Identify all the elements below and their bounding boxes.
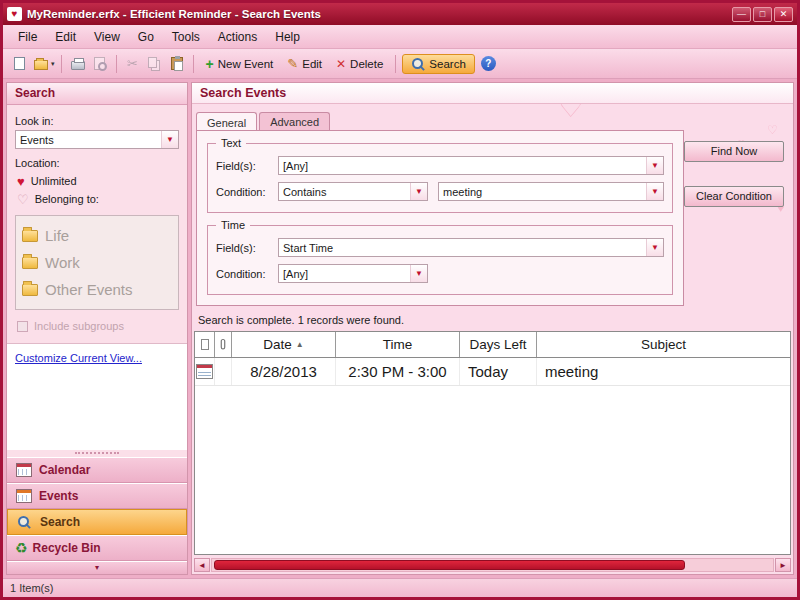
action-buttons: Find Now Clear Condition bbox=[684, 141, 786, 207]
text-condition-combobox[interactable]: Contains ▼ bbox=[278, 182, 428, 201]
app-window: ♥ MyReminder.erfx - Efficient Reminder -… bbox=[0, 0, 800, 600]
group-label: Other Events bbox=[45, 281, 133, 298]
scrollbar-track[interactable] bbox=[211, 558, 774, 572]
clear-condition-button[interactable]: Clear Condition bbox=[684, 186, 784, 207]
include-subgroups-checkbox[interactable]: Include subgroups bbox=[15, 316, 179, 336]
statusbar: 1 Item(s) bbox=[3, 578, 797, 597]
body: Search Look in: Events ▼ Location: ♥ Unl… bbox=[3, 79, 797, 578]
horizontal-scrollbar: ◄ ► bbox=[194, 558, 791, 572]
text-group: Text Field(s): [Any] ▼ Condition: Contai bbox=[207, 143, 673, 213]
cut-button[interactable]: ✂ bbox=[123, 54, 143, 74]
table-header: Date ▲ Time Days Left Subject bbox=[195, 332, 790, 358]
location-label: Location: bbox=[15, 157, 179, 169]
dropdown-arrow[interactable]: ▼ bbox=[646, 157, 663, 174]
header-date[interactable]: Date ▲ bbox=[232, 332, 336, 357]
find-now-button[interactable]: Find Now bbox=[684, 141, 784, 162]
menu-actions[interactable]: Actions bbox=[209, 27, 266, 47]
nav-events[interactable]: Events bbox=[7, 483, 187, 509]
events-icon bbox=[16, 489, 32, 503]
header-days-left[interactable]: Days Left bbox=[460, 332, 537, 357]
search-toolbar-button[interactable]: Search bbox=[402, 54, 474, 74]
menu-go[interactable]: Go bbox=[129, 27, 163, 47]
copy-button[interactable] bbox=[145, 54, 165, 74]
delete-button[interactable]: ✕ Delete bbox=[330, 55, 389, 73]
keyword-value: meeting bbox=[439, 186, 646, 198]
plus-icon: + bbox=[206, 56, 214, 72]
maximize-button[interactable]: □ bbox=[753, 7, 772, 22]
tab-advanced[interactable]: Advanced bbox=[259, 112, 330, 131]
group-label: Life bbox=[45, 227, 69, 244]
item-type-icon bbox=[201, 339, 209, 350]
header-time[interactable]: Time bbox=[336, 332, 460, 357]
menu-tools[interactable]: Tools bbox=[163, 27, 209, 47]
text-group-title: Text bbox=[216, 137, 246, 149]
dropdown-arrow[interactable]: ▼ bbox=[410, 183, 427, 200]
scrollbar-thumb[interactable] bbox=[214, 560, 685, 570]
menu-file[interactable]: File bbox=[9, 27, 46, 47]
sort-ascending-icon: ▲ bbox=[296, 340, 304, 349]
heart-outline-icon: ♡ bbox=[17, 192, 29, 207]
delete-x-icon: ✕ bbox=[336, 57, 346, 71]
paste-button[interactable] bbox=[167, 54, 187, 74]
new-event-button[interactable]: + New Event bbox=[200, 54, 280, 74]
dropdown-arrow[interactable]: ▼ bbox=[646, 239, 663, 256]
paperclip-icon bbox=[219, 338, 227, 351]
subject-cell: meeting bbox=[537, 358, 790, 385]
nav-calendar[interactable]: Calendar bbox=[7, 457, 187, 483]
look-in-label: Look in: bbox=[15, 115, 179, 127]
look-in-value: Events bbox=[16, 134, 161, 146]
help-button[interactable]: ? bbox=[481, 56, 496, 71]
location-option-belonging[interactable]: ♡ Belonging to: bbox=[15, 190, 179, 208]
time-condition-combobox[interactable]: [Any] ▼ bbox=[278, 264, 428, 283]
header-attachment[interactable] bbox=[215, 332, 232, 357]
look-in-combobox[interactable]: Events ▼ bbox=[15, 130, 179, 149]
dropdown-arrow[interactable]: ▼ bbox=[410, 265, 427, 282]
time-fields-combobox[interactable]: Start Time ▼ bbox=[278, 238, 664, 257]
menu-help[interactable]: Help bbox=[266, 27, 309, 47]
search-status-text: Search is complete. 1 records were found… bbox=[192, 306, 793, 331]
panel-row: Text Field(s): [Any] ▼ Condition: Contai bbox=[192, 131, 793, 306]
scissors-icon: ✂ bbox=[127, 56, 138, 71]
scroll-right-arrow[interactable]: ► bbox=[775, 558, 791, 572]
close-button[interactable]: ✕ bbox=[774, 7, 793, 22]
new-file-icon bbox=[14, 57, 25, 70]
menu-edit[interactable]: Edit bbox=[46, 27, 85, 47]
open-folder-icon bbox=[34, 60, 48, 70]
open-dropdown-arrow[interactable]: ▾ bbox=[51, 60, 55, 68]
header-item-type[interactable] bbox=[195, 332, 215, 357]
toolbar-separator bbox=[395, 55, 396, 73]
group-item-other-events[interactable]: Other Events bbox=[22, 276, 172, 303]
nav-search[interactable]: Search bbox=[7, 509, 187, 535]
look-in-dropdown-arrow[interactable]: ▼ bbox=[161, 131, 178, 148]
location-option-unlimited[interactable]: ♥ Unlimited bbox=[15, 172, 179, 190]
dropdown-arrow[interactable]: ▼ bbox=[646, 183, 663, 200]
table-row[interactable]: 8/28/2013 2:30 PM - 3:00 Today meeting bbox=[195, 358, 790, 386]
keyword-input[interactable]: meeting ▼ bbox=[438, 182, 664, 201]
edit-button[interactable]: ✎ Edit bbox=[281, 54, 328, 73]
search-icon bbox=[411, 57, 425, 71]
open-button[interactable] bbox=[31, 54, 51, 74]
item-count: 1 Item(s) bbox=[10, 582, 53, 594]
minimize-button[interactable]: — bbox=[732, 7, 751, 22]
tab-general[interactable]: General bbox=[196, 112, 257, 131]
header-subject[interactable]: Subject bbox=[537, 332, 790, 357]
customize-view-link[interactable]: Customize Current View... bbox=[15, 352, 142, 364]
sidebar: Search Look in: Events ▼ Location: ♥ Unl… bbox=[6, 82, 188, 575]
time-group: Time Field(s): Start Time ▼ Condition: [ bbox=[207, 225, 673, 295]
print-preview-icon bbox=[94, 57, 105, 70]
splitter-grip[interactable] bbox=[75, 452, 119, 454]
group-item-life[interactable]: Life bbox=[22, 222, 172, 249]
tab-strip: General Advanced bbox=[192, 104, 793, 131]
menu-view[interactable]: View bbox=[85, 27, 129, 47]
print-button[interactable] bbox=[68, 54, 88, 74]
group-item-work[interactable]: Work bbox=[22, 249, 172, 276]
new-file-button[interactable] bbox=[9, 54, 29, 74]
nav-recycle-bin[interactable]: ♻ Recycle Bin bbox=[7, 535, 187, 561]
search-label: Search bbox=[429, 58, 465, 70]
text-fields-combobox[interactable]: [Any] ▼ bbox=[278, 156, 664, 175]
belonging-label: Belonging to: bbox=[35, 193, 99, 205]
print-preview-button[interactable] bbox=[90, 54, 110, 74]
search-nav-icon bbox=[17, 515, 33, 529]
nav-collapse-button[interactable]: ▾ bbox=[7, 561, 187, 574]
scroll-left-arrow[interactable]: ◄ bbox=[194, 558, 210, 572]
